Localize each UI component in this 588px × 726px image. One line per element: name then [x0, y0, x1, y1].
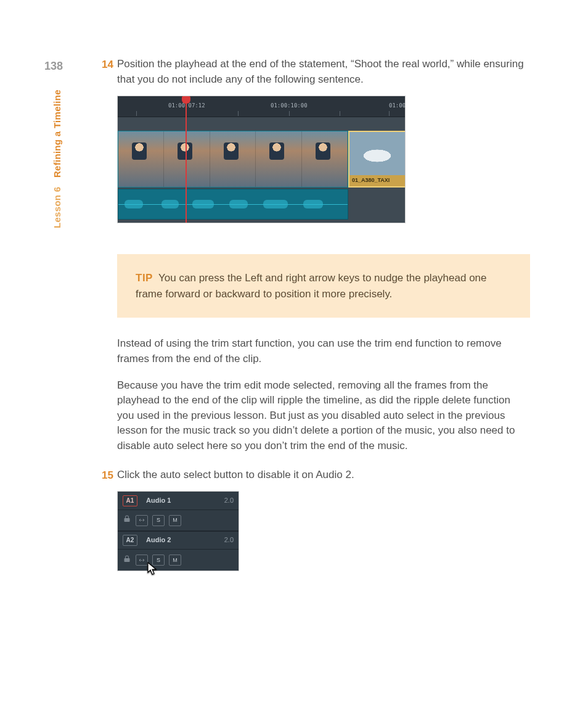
- lock-icon[interactable]: [123, 555, 131, 566]
- track-header-a2[interactable]: A2 Audio 2 2.0: [118, 531, 239, 550]
- mute-button[interactable]: M: [169, 555, 181, 566]
- track-id-badge: A2: [123, 535, 137, 546]
- body-paragraph: Instead of using the trim start function…: [117, 336, 530, 366]
- timecode-label: 01:00:12: [389, 102, 406, 110]
- video-clip-interview[interactable]: [118, 131, 348, 188]
- step-number: 14: [96, 57, 113, 73]
- video-track: 01_A380_TAXI: [118, 131, 405, 188]
- track-channels: 2.0: [224, 496, 234, 506]
- mute-button[interactable]: M: [169, 515, 181, 526]
- track-name: Audio 1: [146, 496, 171, 506]
- airplane-thumbnail: [349, 132, 405, 175]
- timecode-label: 01:00:10:00: [271, 102, 308, 110]
- lesson-number: Lesson 6: [52, 187, 62, 228]
- step-number: 15: [96, 468, 113, 484]
- auto-select-button[interactable]: ‹·›: [136, 555, 148, 566]
- timeline-screenshot: 01:00:07:12 01:00:10:00 01:00:12 01_A380…: [117, 96, 406, 223]
- page-number: 138: [44, 58, 63, 74]
- video-clip-selected[interactable]: 01_A380_TAXI: [348, 131, 406, 188]
- body-paragraph: Because you have the trim edit mode sele…: [117, 378, 530, 454]
- timeline-ruler: 01:00:07:12 01:00:10:00 01:00:12: [118, 96, 405, 117]
- track-channels: 2.0: [224, 535, 234, 545]
- mouse-cursor-icon: [147, 562, 158, 575]
- track-controls-a1: ‹·› S M: [118, 510, 239, 531]
- step-text: Position the playhead at the end of the …: [117, 57, 530, 87]
- step-15: 15 Click the auto select button to disab…: [117, 468, 530, 572]
- track-name: Audio 2: [146, 535, 171, 545]
- lock-icon[interactable]: [123, 515, 131, 526]
- step-14: 14 Position the playhead at the end of t…: [117, 57, 530, 223]
- tip-label: TIP: [136, 272, 153, 284]
- track-header-a1[interactable]: A1 Audio 1 2.0: [118, 492, 239, 510]
- audio-clip[interactable]: [118, 189, 348, 220]
- tip-callout: TIP You can press the Left and right arr…: [117, 254, 530, 318]
- tip-text: You can press the Left and right arrow k…: [136, 272, 487, 300]
- track-id-badge: A1: [123, 495, 137, 506]
- lesson-title: Refining a Timeline: [52, 89, 62, 178]
- solo-button[interactable]: S: [152, 515, 165, 526]
- track-controls-a2: ‹·› S M: [118, 550, 239, 571]
- chapter-label: Lesson 6 Refining a Timeline: [51, 89, 64, 228]
- playhead[interactable]: [186, 96, 187, 223]
- step-text: Click the auto select button to disable …: [117, 468, 530, 483]
- auto-select-button[interactable]: ‹·›: [136, 515, 148, 526]
- clip-name-label: 01_A380_TAXI: [349, 175, 405, 186]
- track-header-screenshot: A1 Audio 1 2.0 ‹·› S M A2 Audio 2 2.0: [117, 491, 239, 571]
